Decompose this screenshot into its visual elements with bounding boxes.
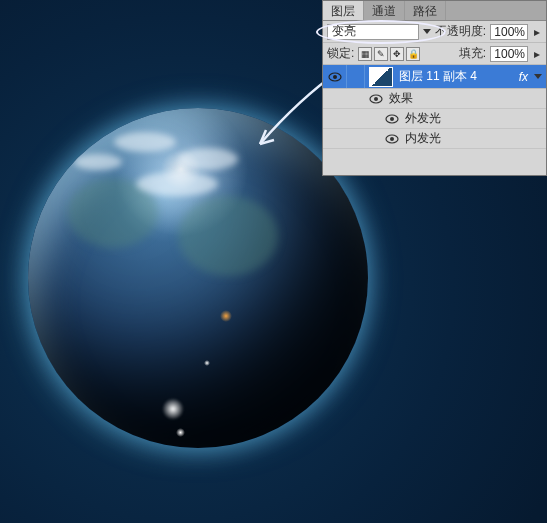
lens-flare [176,428,185,437]
layer-name[interactable]: 图层 11 副本 4 [397,68,513,85]
tab-paths[interactable]: 路径 [405,1,446,20]
lock-pixels-icon[interactable]: ▦ [358,47,372,61]
lens-flare [220,310,232,322]
landmass [178,196,278,276]
blend-mode-value: 变亮 [332,23,356,40]
link-cell[interactable] [347,65,365,88]
tab-layers[interactable]: 图层 [323,1,364,20]
fill-input[interactable]: 100% [490,46,528,62]
svg-point-1 [333,75,337,79]
panel-tabs: 图层 通道 路径 [323,1,546,21]
effect-name: 内发光 [405,130,441,147]
lock-label: 锁定: [327,45,354,62]
planet [28,108,368,448]
layers-panel: 图层 通道 路径 变亮 不透明度: 100% ▸ 锁定: ▦ ✎ ✥ 🔒 填充:… [322,0,547,176]
tab-channels[interactable]: 通道 [364,1,405,20]
canvas-artwork [28,108,368,448]
lock-fill-row: 锁定: ▦ ✎ ✥ 🔒 填充: 100% ▸ [323,43,546,65]
cloud [114,132,176,152]
effects-header[interactable]: 效果 [323,89,546,109]
effects-label: 效果 [389,90,413,107]
effect-item[interactable]: 外发光 [323,109,546,129]
fx-badge[interactable]: fx [513,70,534,84]
lock-move-icon[interactable]: ✥ [390,47,404,61]
eye-icon[interactable] [385,114,405,124]
effect-name: 外发光 [405,110,441,127]
layer-thumbnail[interactable] [369,67,393,87]
layer-list: 图层 11 副本 4 fx 效果 外发光 内发光 [323,65,546,175]
dropdown-icon[interactable] [423,29,431,34]
blend-opacity-row: 变亮 不透明度: 100% ▸ [323,21,546,43]
cloud [74,154,122,170]
svg-point-7 [390,137,394,141]
eye-icon[interactable] [385,134,405,144]
blend-mode-dropdown[interactable]: 变亮 [327,24,419,40]
svg-point-3 [374,97,378,101]
lens-flare [162,398,184,420]
eye-icon[interactable] [369,94,389,104]
fill-flyout-icon[interactable]: ▸ [532,47,542,61]
opacity-label: 不透明度: [435,23,486,40]
lens-flare [204,360,210,366]
visibility-toggle[interactable] [323,65,347,88]
layer-row[interactable]: 图层 11 副本 4 fx [323,65,546,89]
lock-icons-group: ▦ ✎ ✥ 🔒 [358,47,420,61]
eye-icon [328,72,342,82]
lock-brush-icon[interactable]: ✎ [374,47,388,61]
effect-item[interactable]: 内发光 [323,129,546,149]
opacity-input[interactable]: 100% [490,24,528,40]
opacity-flyout-icon[interactable]: ▸ [532,25,542,39]
lock-all-icon[interactable]: 🔒 [406,47,420,61]
cloud [136,172,218,196]
svg-point-5 [390,117,394,121]
cloud [178,148,238,170]
fill-label: 填充: [459,45,486,62]
effects-collapse-icon[interactable] [534,74,542,79]
